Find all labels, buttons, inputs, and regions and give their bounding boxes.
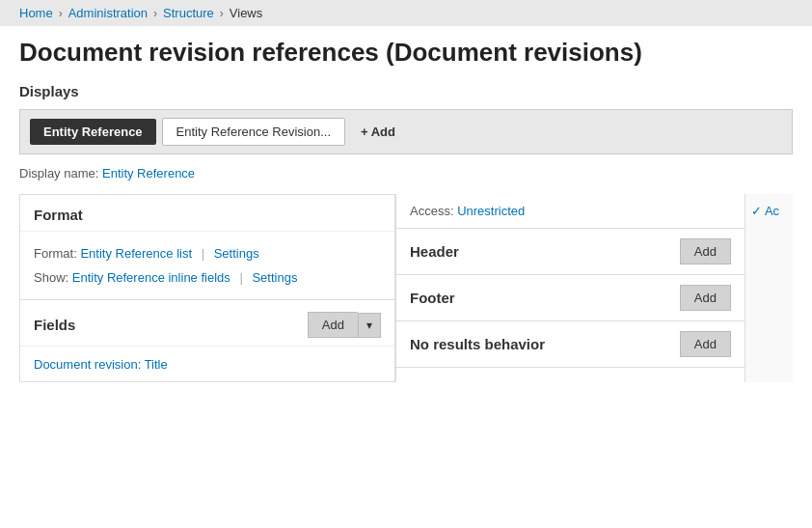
format-panel: Format Format: Entity Reference list | S… <box>19 194 395 300</box>
footer-add-button[interactable]: Add <box>680 285 731 311</box>
header-section: Header Add <box>396 229 744 275</box>
no-results-section: No results behavior Add <box>396 321 744 368</box>
format-panel-header: Format <box>20 195 394 232</box>
page-title: Document revision references (Document r… <box>19 38 793 68</box>
right-column: Access: Unrestricted Header Add Footer A… <box>395 194 744 382</box>
no-results-title: No results behavior <box>410 336 545 352</box>
format-panel-body: Format: Entity Reference list | Settings… <box>20 232 394 299</box>
page-title-area: Document revision references (Document r… <box>0 26 812 83</box>
breadcrumb-home[interactable]: Home <box>19 6 53 20</box>
header-add-button[interactable]: Add <box>680 238 731 264</box>
displays-section: Displays Entity Reference Entity Referen… <box>0 83 812 382</box>
access-label: Access: <box>410 204 454 218</box>
show-link[interactable]: Entity Reference inline fields <box>72 270 230 285</box>
fields-panel: Fields Add ▾ Document revision: Title <box>19 300 395 382</box>
format-link[interactable]: Entity Reference list <box>80 246 192 261</box>
more-col-label: ✓ Ac <box>751 204 779 218</box>
show-label: Show: <box>34 270 68 285</box>
content-row: Format Format: Entity Reference list | S… <box>19 194 793 382</box>
show-settings-link[interactable]: Settings <box>252 270 297 285</box>
fields-title: Fields <box>34 317 75 333</box>
display-name-prefix: Display name: <box>19 166 98 181</box>
footer-title: Footer <box>410 290 455 306</box>
format-title: Format <box>34 207 83 223</box>
breadcrumb-sep-2: › <box>153 7 157 20</box>
pipe-sep-2: | <box>239 270 242 285</box>
fields-add-dropdown[interactable]: ▾ <box>358 313 381 338</box>
fields-add-button[interactable]: Add <box>308 312 358 338</box>
breadcrumb-sep-3: › <box>220 7 224 20</box>
fields-header: Fields Add ▾ <box>20 300 394 347</box>
format-row: Format: Entity Reference list | Settings <box>34 241 381 265</box>
pipe-sep-1: | <box>202 246 204 261</box>
tab-entity-reference-revision[interactable]: Entity Reference Revision... <box>162 118 345 146</box>
tabs-bar: Entity Reference Entity Reference Revisi… <box>19 109 793 154</box>
breadcrumb-sep-1: › <box>59 7 63 20</box>
tab-add-button[interactable]: + Add <box>351 119 405 145</box>
left-column: Format Format: Entity Reference list | S… <box>19 194 395 382</box>
displays-label: Displays <box>19 83 793 99</box>
more-column[interactable]: ✓ Ac <box>744 194 793 382</box>
tab-entity-reference[interactable]: Entity Reference <box>30 119 156 145</box>
format-label: Format: <box>34 246 77 261</box>
breadcrumb: Home › Administration › Structure › View… <box>0 0 812 26</box>
breadcrumb-structure[interactable]: Structure <box>163 6 214 20</box>
display-name-link[interactable]: Entity Reference <box>102 166 195 181</box>
add-btn-group: Add ▾ <box>308 312 381 338</box>
header-title: Header <box>410 243 459 260</box>
fields-body: Document revision: Title <box>20 347 394 381</box>
display-name-bar: Display name: Entity Reference <box>19 154 793 194</box>
access-link[interactable]: Unrestricted <box>457 204 525 218</box>
no-results-add-button[interactable]: Add <box>680 331 731 357</box>
breadcrumb-administration[interactable]: Administration <box>68 6 148 20</box>
field-link-document-revision-title[interactable]: Document revision: Title <box>34 357 168 372</box>
breadcrumb-views: Views <box>230 6 262 20</box>
access-row: Access: Unrestricted <box>396 194 744 229</box>
footer-section: Footer Add <box>396 275 744 321</box>
show-row: Show: Entity Reference inline fields | S… <box>34 265 381 290</box>
format-settings-link[interactable]: Settings <box>214 246 259 261</box>
